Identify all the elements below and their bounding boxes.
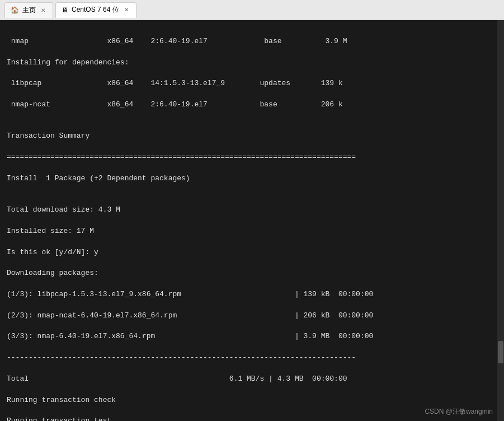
- terminal-icon: 🖥: [62, 6, 68, 14]
- terminal-line: Transaction Summary: [7, 131, 497, 142]
- tab-centos-label: CentOS 7 64 位: [72, 5, 119, 15]
- terminal-line: Downloading packages:: [7, 268, 497, 279]
- terminal-line: libpcap x86_64 14:1.5.3-13.el7_9 updates…: [7, 78, 497, 89]
- terminal-line: nmap x86_64 2:6.40-19.el7 base 3.9 M: [7, 36, 497, 47]
- terminal-line: Running transaction check: [7, 395, 497, 406]
- terminal-line: Is this ok [y/d/N]: y: [7, 247, 497, 258]
- scrollbar[interactable]: [497, 20, 504, 421]
- watermark: CSDN @汪敏wangmin: [425, 407, 493, 417]
- terminal-line: Installed size: 17 M: [7, 226, 497, 237]
- terminal-line: (3/3): nmap-6.40-19.el7.x86_64.rpm | 3.9…: [7, 331, 497, 342]
- terminal-line: ========================================…: [7, 152, 497, 163]
- terminal-line: Installing for dependencies:: [7, 58, 497, 68]
- terminal-line: Install 1 Package (+2 Dependent packages…: [7, 174, 497, 184]
- home-icon: 🏠: [11, 6, 19, 14]
- tab-home-close[interactable]: ✕: [39, 7, 47, 14]
- scrollbar-thumb[interactable]: [498, 341, 503, 363]
- terminal-line: (1/3): libpcap-1.5.3-13.el7_9.x86_64.rpm…: [7, 289, 497, 300]
- titlebar: 🏠 主页 ✕ 🖥 CentOS 7 64 位 ✕: [0, 0, 504, 20]
- terminal-window: nmap x86_64 2:6.40-19.el7 base 3.9 M Ins…: [0, 20, 504, 421]
- tab-centos-close[interactable]: ✕: [123, 6, 130, 13]
- terminal-line: ----------------------------------------…: [7, 353, 497, 363]
- tab-home-label: 主页: [22, 6, 36, 15]
- terminal-line: Total 6.1 MB/s | 4.3 MB 00:00:00: [7, 374, 497, 385]
- terminal-content[interactable]: nmap x86_64 2:6.40-19.el7 base 3.9 M Ins…: [0, 20, 504, 421]
- terminal-line: (2/3): nmap-ncat-6.40-19.el7.x86_64.rpm …: [7, 311, 497, 321]
- tab-home[interactable]: 🏠 主页 ✕: [4, 2, 53, 18]
- terminal-line: Running transaction test: [7, 416, 497, 421]
- terminal-line: Total download size: 4.3 M: [7, 205, 497, 216]
- terminal-line: nmap-ncat x86_64 2:6.40-19.el7 base 206 …: [7, 100, 497, 110]
- tab-centos[interactable]: 🖥 CentOS 7 64 位 ✕: [55, 2, 136, 18]
